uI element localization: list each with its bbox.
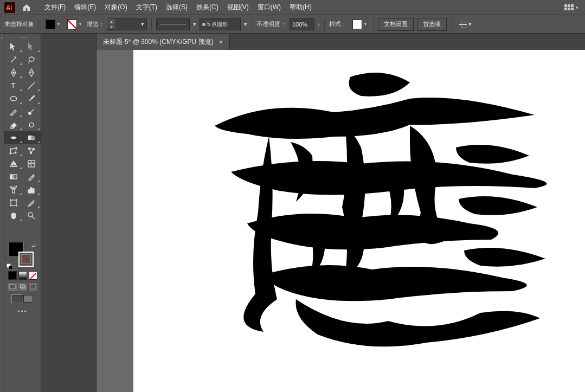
chevron-down-icon[interactable]: ▾ xyxy=(193,21,196,28)
workspace-switcher[interactable]: ▾ xyxy=(561,4,582,10)
align-dropdown[interactable]: ▾ xyxy=(456,21,475,28)
line-segment-tool[interactable] xyxy=(23,79,41,92)
shape-builder-tool[interactable] xyxy=(23,131,41,144)
direct-selection-tool[interactable] xyxy=(23,40,41,53)
svg-text:Ai: Ai xyxy=(6,4,12,11)
document-tab-label: 未标题-5* @ 300% (CMYK/GPU 预览) xyxy=(103,37,214,47)
collapsed-panel-dock[interactable] xyxy=(41,34,97,392)
svg-rect-21 xyxy=(30,188,32,193)
panel-reveal-strip[interactable]: ‹‹ xyxy=(0,34,4,392)
artboard[interactable] xyxy=(133,50,585,392)
screen-normal-button[interactable] xyxy=(12,295,22,303)
stroke-color-control[interactable]: ▾ xyxy=(65,18,83,30)
stepper-up-icon[interactable]: ▴ xyxy=(108,19,115,24)
graphic-style-control[interactable]: ▾ xyxy=(350,18,369,30)
curvature-tool[interactable] xyxy=(23,66,41,79)
draw-inside-button[interactable] xyxy=(29,283,37,291)
rotate-tool[interactable] xyxy=(23,118,41,131)
chevron-down-icon[interactable]: ▾ xyxy=(139,21,146,28)
align-icon xyxy=(459,21,467,28)
color-solid-button[interactable] xyxy=(8,271,17,280)
svg-text:T: T xyxy=(11,81,16,90)
ellipse-tool[interactable] xyxy=(4,92,23,105)
svg-rect-20 xyxy=(28,190,30,193)
opacity-input[interactable] xyxy=(290,18,314,30)
swap-fill-stroke-icon[interactable]: ⤾ xyxy=(31,242,36,249)
svg-rect-16 xyxy=(10,175,17,179)
stepper-down-icon[interactable]: ▾ xyxy=(108,24,115,30)
mesh-tool[interactable] xyxy=(23,157,41,170)
home-icon[interactable] xyxy=(21,2,33,14)
document-tab[interactable]: 未标题-5* @ 300% (CMYK/GPU 预览) × xyxy=(97,34,230,50)
blob-brush-tool[interactable] xyxy=(23,105,41,118)
puppet-warp-tool[interactable] xyxy=(23,144,41,157)
brush-preview-icon xyxy=(160,24,186,24)
paintbrush-tool[interactable] xyxy=(23,92,41,105)
menu-help[interactable]: 帮助(H) xyxy=(285,1,316,14)
magic-wand-tool[interactable] xyxy=(4,53,23,66)
variable-width-profile[interactable]: 5 点圆形 xyxy=(200,18,241,30)
control-bar: 未选择对象 ▾ ▾ 描边： ▴▾ ▾ ▾ 5 点圆形 ▾ 不透明度： › 样式：… xyxy=(0,15,585,34)
width-tool[interactable] xyxy=(4,131,23,144)
stroke-weight-field[interactable]: ▴▾ ▾ xyxy=(108,18,147,30)
lasso-tool[interactable] xyxy=(23,53,41,66)
hand-tool[interactable] xyxy=(4,209,23,222)
menu-edit[interactable]: 编辑(E) xyxy=(70,1,100,14)
screen-full-button[interactable] xyxy=(23,295,33,303)
fill-color-control[interactable]: ▾ xyxy=(43,18,62,30)
draw-normal-button[interactable] xyxy=(8,283,17,291)
menubar: Ai 文件(F) 编辑(E) 对象(O) 文字(T) 选择(S) 效果(C) 视… xyxy=(0,0,585,15)
free-transform-tool[interactable] xyxy=(4,144,23,157)
menu-effect[interactable]: 效果(C) xyxy=(192,1,223,14)
stroke-label: 描边： xyxy=(87,20,105,28)
column-graph-tool[interactable] xyxy=(23,183,41,196)
close-icon[interactable]: × xyxy=(219,38,223,46)
fill-swatch-icon xyxy=(46,20,55,29)
svg-rect-27 xyxy=(20,285,24,288)
document-setup-button[interactable]: 文档设置 xyxy=(378,18,414,31)
eraser-tool[interactable] xyxy=(4,118,23,131)
gradient-tool[interactable] xyxy=(4,170,23,183)
eyedropper-tool[interactable] xyxy=(23,170,41,183)
slice-tool[interactable] xyxy=(23,196,41,209)
menu-object[interactable]: 对象(O) xyxy=(100,1,131,14)
artboard-tool[interactable] xyxy=(4,196,23,209)
shaper-tool[interactable] xyxy=(4,105,23,118)
brush-definition-dropdown[interactable] xyxy=(156,18,190,30)
color-mode-row xyxy=(4,271,41,280)
default-fill-stroke-icon[interactable] xyxy=(7,264,13,270)
fill-stroke-control[interactable]: ⤾ xyxy=(4,241,41,270)
zoom-tool[interactable] xyxy=(23,209,41,222)
menu-select[interactable]: 选择(S) xyxy=(162,1,192,14)
chevron-down-icon[interactable]: ▾ xyxy=(244,21,247,28)
chevron-right-icon[interactable]: › xyxy=(318,21,320,28)
draw-behind-button[interactable] xyxy=(18,283,27,291)
chevron-down-icon: ▾ xyxy=(468,21,472,28)
perspective-grid-tool[interactable] xyxy=(4,157,23,170)
artwork-content xyxy=(155,61,567,364)
document-tabstrip: 未标题-5* @ 300% (CMYK/GPU 预览) × xyxy=(97,34,585,50)
edit-toolbar-button[interactable]: ••• xyxy=(4,308,41,316)
chevron-down-icon: ▾ xyxy=(576,5,578,10)
preferences-button[interactable]: 首选项 xyxy=(417,18,447,31)
toolbox-grip-icon[interactable] xyxy=(4,35,41,40)
stroke-weight-input[interactable] xyxy=(115,21,139,28)
canvas-viewport[interactable] xyxy=(97,50,585,392)
svg-rect-28 xyxy=(30,285,36,289)
svg-rect-23 xyxy=(11,200,16,205)
menu-type[interactable]: 文字(T) xyxy=(132,1,162,14)
canvas-area: 未标题-5* @ 300% (CMYK/GPU 预览) × xyxy=(97,34,585,392)
menu-file[interactable]: 文件(F) xyxy=(40,1,70,14)
pen-tool[interactable] xyxy=(4,66,23,79)
svg-point-7 xyxy=(31,136,35,140)
menu-view[interactable]: 视图(V) xyxy=(223,1,253,14)
symbol-sprayer-tool[interactable] xyxy=(4,183,23,196)
selection-tool[interactable] xyxy=(4,40,23,53)
menu-window[interactable]: 窗口(W) xyxy=(253,1,285,14)
app-logo-icon: Ai xyxy=(3,1,16,14)
color-gradient-button[interactable] xyxy=(18,271,27,280)
color-none-button[interactable] xyxy=(29,271,37,280)
stroke-box-icon[interactable] xyxy=(18,252,34,267)
type-tool[interactable]: T xyxy=(4,79,23,92)
draw-mode-row xyxy=(4,283,41,291)
